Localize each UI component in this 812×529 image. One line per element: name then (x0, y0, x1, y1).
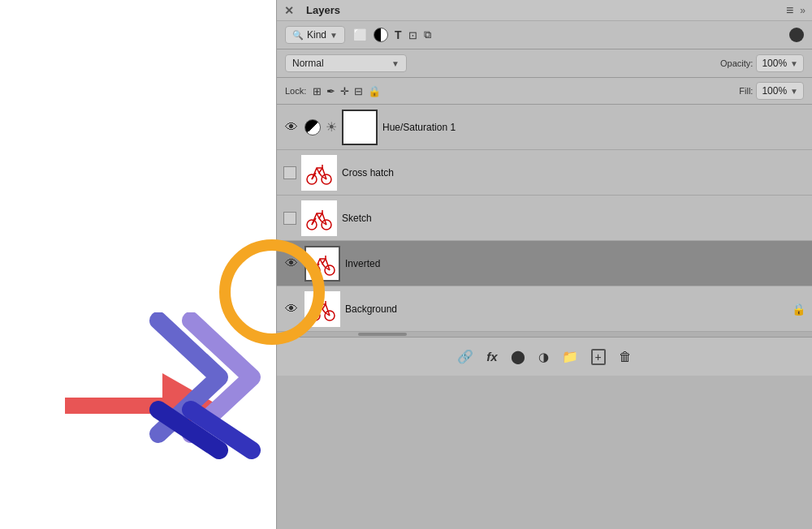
panel-topbar: ✕ Layers ≡ » (277, 0, 812, 21)
artboard-filter-icon[interactable]: ⧉ (424, 28, 431, 41)
layer-name: Sketch (342, 213, 806, 224)
layer-thumbnail (301, 200, 337, 236)
panel-title: Layers (306, 4, 340, 16)
opacity-arrow: ▼ (790, 59, 798, 68)
fill-label: Fill: (739, 86, 753, 96)
blend-mode-dropdown[interactable]: Normal ▼ (285, 54, 407, 72)
lock-pixels-button[interactable]: ✒ (326, 85, 335, 97)
hue-sat-icon: ☀ (326, 119, 337, 135)
layer-thumbnail (342, 110, 378, 145)
layers-panel: ✕ Layers ≡ » 🔍 Kind ▼ ⬜ T ⊡ ⧉ (276, 0, 812, 529)
kind-label: Kind (307, 29, 326, 41)
opacity-value: 100% (762, 58, 787, 69)
filter-icons: ⬜ T ⊡ ⧉ (353, 28, 431, 42)
kind-dropdown-arrow: ▼ (330, 31, 338, 40)
lock-transparency-button[interactable]: ⊞ (313, 85, 322, 97)
layer-name: Inverted (345, 258, 806, 269)
layer-lock-icon: 🔒 (792, 303, 806, 316)
scrollbar-thumb[interactable] (358, 333, 407, 336)
layer-item[interactable]: 👁 Inverted (277, 241, 812, 286)
fill-value: 100% (762, 85, 787, 97)
new-group-button[interactable]: 📁 (562, 349, 578, 364)
new-layer-button[interactable]: + (591, 349, 606, 365)
opacity-dropdown[interactable]: 100% ▼ (756, 54, 804, 72)
opacity-section: Opacity: 100% ▼ (720, 54, 804, 72)
blend-mode-row: Normal ▼ Opacity: 100% ▼ (277, 49, 812, 78)
layer-effects-button[interactable]: fx (486, 350, 497, 363)
layer-name: Background (345, 303, 787, 315)
kind-dropdown[interactable]: 🔍 Kind ▼ (285, 26, 345, 44)
left-decorative-area (0, 0, 268, 529)
layer-item[interactable]: Cross hatch (277, 150, 812, 196)
layer-mask-button[interactable]: ⬤ (511, 349, 525, 364)
layer-item[interactable]: 👁 Background 🔒 (277, 286, 812, 332)
delete-layer-button[interactable]: 🗑 (619, 350, 632, 364)
layers-list: 👁 ☀ Hue/Saturation 1 Cross hatch (277, 105, 812, 332)
layer-item[interactable]: 👁 ☀ Hue/Saturation 1 (277, 105, 812, 150)
lock-artboard-button[interactable]: ⊟ (354, 85, 363, 97)
orange-circle-highlight (219, 239, 325, 345)
bottom-toolbar: 🔗 fx ⬤ ◑ 📁 + 🗑 (277, 337, 812, 376)
lock-row: Lock: ⊞ ✒ ✛ ⊟ 🔒 Fill: 100% ▼ (277, 78, 812, 105)
layer-thumbnail (301, 155, 337, 191)
type-filter-icon[interactable]: T (395, 28, 402, 41)
layer-name: Cross hatch (342, 167, 806, 178)
layer-visibility-toggle[interactable]: 👁 (283, 120, 300, 135)
adjustment-filter-icon[interactable] (374, 28, 388, 42)
layer-name: Hue/Saturation 1 (382, 122, 806, 133)
collapse-button[interactable]: » (800, 5, 806, 16)
pixel-filter-button[interactable] (789, 28, 804, 42)
fill-arrow: ▼ (790, 87, 798, 96)
close-button[interactable]: ✕ (283, 5, 295, 16)
panel-menu-button[interactable]: ≡ (786, 3, 793, 18)
lock-all-button[interactable]: 🔒 (368, 85, 381, 97)
layer-item[interactable]: Sketch (277, 196, 812, 241)
layer-visibility-toggle[interactable] (283, 212, 296, 225)
fill-section: Fill: 100% ▼ (739, 82, 804, 100)
fill-dropdown[interactable]: 100% ▼ (756, 82, 804, 100)
opacity-label: Opacity: (720, 58, 753, 68)
blend-mode-arrow: ▼ (391, 59, 400, 68)
layer-adjustment-icon (304, 119, 321, 135)
lock-label: Lock: (285, 86, 306, 96)
panel-title-area: ✕ Layers (283, 4, 340, 16)
adjustment-layer-button[interactable]: ◑ (538, 350, 549, 364)
link-layers-button[interactable]: 🔗 (457, 349, 473, 364)
filter-row: 🔍 Kind ▼ ⬜ T ⊡ ⧉ (277, 21, 812, 49)
blend-mode-value: Normal (292, 58, 324, 69)
lock-position-button[interactable]: ✛ (340, 85, 349, 97)
image-filter-icon[interactable]: ⬜ (353, 28, 367, 41)
shape-filter-icon[interactable]: ⊡ (408, 29, 417, 41)
search-icon: 🔍 (292, 30, 304, 41)
layer-visibility-toggle[interactable] (283, 166, 296, 179)
